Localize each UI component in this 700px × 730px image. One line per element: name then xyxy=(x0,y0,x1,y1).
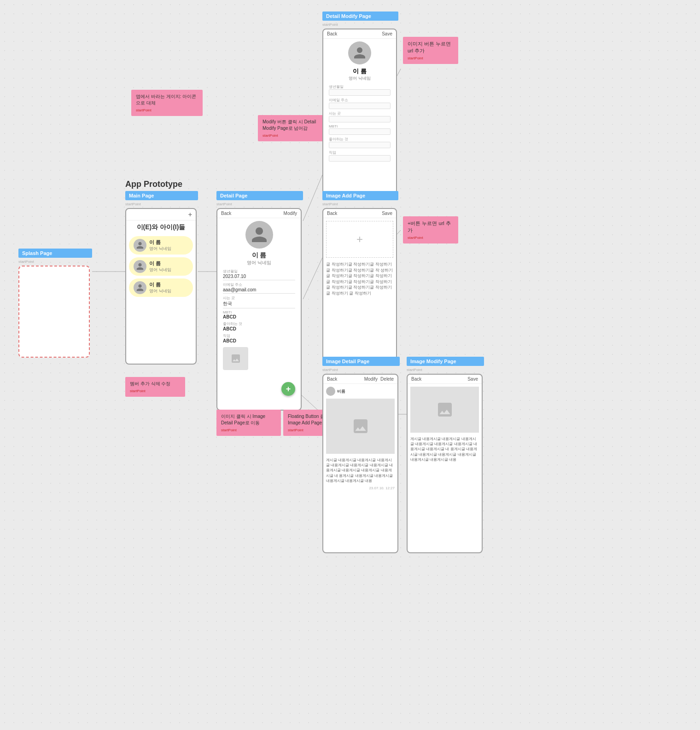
detail-modify-phone-frame: Back Save 이 름 영어 닉네임 생년월일 이메일 주소 사는 곳 MB… xyxy=(322,29,397,194)
splash-note-card: 앱에서 바라는 게이지: 아이콘으로 대체 startPoint xyxy=(131,90,203,116)
country-input[interactable] xyxy=(329,116,391,122)
image-detail-content: 게시글 내용게시글 내용게시글 내용게시글 내용게시글 내용게시글 내용게시글 … xyxy=(326,458,395,483)
main-phone-frame: + 이(E)와 아이(I)들 이 름 영어 닉네임 xyxy=(125,208,197,365)
image-add-label: Image Add Page xyxy=(322,191,398,200)
image-modify-phone-frame: Back Save 게시글 내용게시글 내용게시글 내용게시글 내용게시글 내용… xyxy=(407,374,483,553)
hobby-input[interactable] xyxy=(329,142,391,148)
detail-image-note: 이미지 클릭 시 Image Detail Page로 이동 startPoin… xyxy=(216,410,281,436)
detail-page-label: Detail Page xyxy=(216,191,303,200)
svg-line-3 xyxy=(303,258,322,299)
modify-avatar[interactable] xyxy=(348,41,371,64)
image-plus-area[interactable]: + xyxy=(326,221,393,258)
image-modify-label: Image Modify Page xyxy=(407,357,484,366)
image-modify-content: 게시글 내용게시글 내용게시글 내용게시글 내용게시글 내용게시글 내용게시글 … xyxy=(410,436,479,462)
detail-phone-frame: Back Modify 이 름 영어 닉네임 생년월일 2023.07.10 이… xyxy=(216,208,302,411)
avatar-2 xyxy=(134,260,146,273)
user-list-item-1[interactable]: 이 름 영어 닉네임 xyxy=(129,236,193,255)
detail-avatar xyxy=(245,221,273,249)
image-add-phone-frame: Back Save + 글 작성하기글 작성하기글 작성하기글 작성하기글 작성… xyxy=(322,208,397,365)
main-page-section: Main Page startPoint + 이(E)와 아이(I)들 이 름 … xyxy=(125,191,198,365)
image-detail-label: Image Detail Page xyxy=(322,357,400,366)
email-input[interactable] xyxy=(329,103,391,109)
detail-name: 이 름 xyxy=(220,251,298,260)
image-url-note: 이미지 버튼 누르면 url 추가 startPoint xyxy=(403,37,458,64)
modify-button-note: Modify 버튼 클릭 시 Detail Modify Page로 넘어감 s… xyxy=(258,115,325,141)
image-detail-section: Image Detail Page startPoint Back Modify… xyxy=(322,357,400,553)
user-list-item-3[interactable]: 이 름 영어 닉네임 xyxy=(129,278,193,297)
image-add-content: 글 작성하기글 작성하기글 작성하기글 작성하기글 작성하기글 작 성하기글 작… xyxy=(326,261,393,296)
svg-line-2 xyxy=(303,175,322,221)
fab-button[interactable]: + xyxy=(281,382,295,396)
avatar-1 xyxy=(134,239,146,252)
detail-nick: 영어 닉네임 xyxy=(220,260,298,266)
detail-image-thumb[interactable] xyxy=(223,347,248,370)
image-modify-section: Image Modify Page startPoint Back Save 게… xyxy=(407,357,484,553)
image-detail-img xyxy=(326,399,395,454)
mbti-input[interactable] xyxy=(329,128,391,135)
main-page-label: Main Page xyxy=(125,191,198,200)
main-page-note: 멤버 추가 삭제 수정 startPoint xyxy=(125,377,185,397)
image-detail-timestamp: 23.07.10. 12:27 xyxy=(326,486,395,490)
main-app-title: 이(E)와 아이(I)들 xyxy=(129,223,193,232)
image-detail-phone-frame: Back Modify Delete 비름 게시글 내용게시글 내용게시글 내용… xyxy=(322,374,398,553)
user-list-item-2[interactable]: 이 름 영어 닉네임 xyxy=(129,257,193,276)
image-add-section: Image Add Page startPoint Back Save + 글 … xyxy=(322,191,398,365)
detail-modify-section: Detail Modify Page startPoint Back Save … xyxy=(322,12,398,194)
detail-page-section: Detail Page startPoint Back Modify 이 름 영… xyxy=(216,191,303,411)
splash-start-label: startPoint xyxy=(18,260,92,264)
splash-page-section: Splash Page startPoint xyxy=(18,249,92,358)
birth-input[interactable] xyxy=(329,89,391,96)
image-modify-img xyxy=(410,387,479,433)
plus-url-note: +버튼 누르면 url 추가 startPoint xyxy=(403,216,458,243)
image-detail-avatar xyxy=(326,387,335,396)
detail-modify-label: Detail Modify Page xyxy=(322,12,398,21)
avatar-3 xyxy=(134,281,146,294)
job-input[interactable] xyxy=(329,155,391,162)
splash-phone-frame xyxy=(18,266,90,358)
splash-page-label: Splash Page xyxy=(18,249,92,258)
app-prototype-title: App Prototype xyxy=(125,180,182,189)
